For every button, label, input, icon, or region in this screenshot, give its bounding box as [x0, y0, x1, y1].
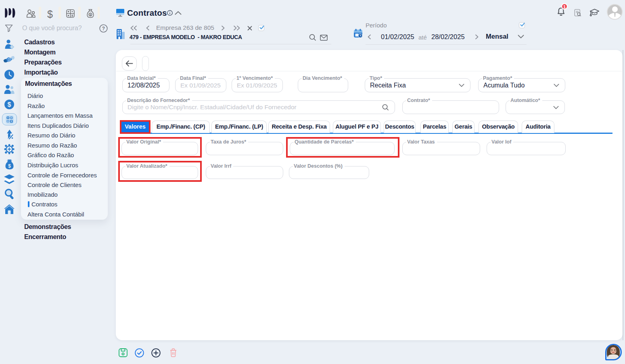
svg-text:$: $ [90, 13, 91, 17]
svg-text:$: $ [8, 101, 11, 108]
svg-text:?: ? [102, 26, 105, 31]
svg-text:$: $ [8, 163, 11, 169]
